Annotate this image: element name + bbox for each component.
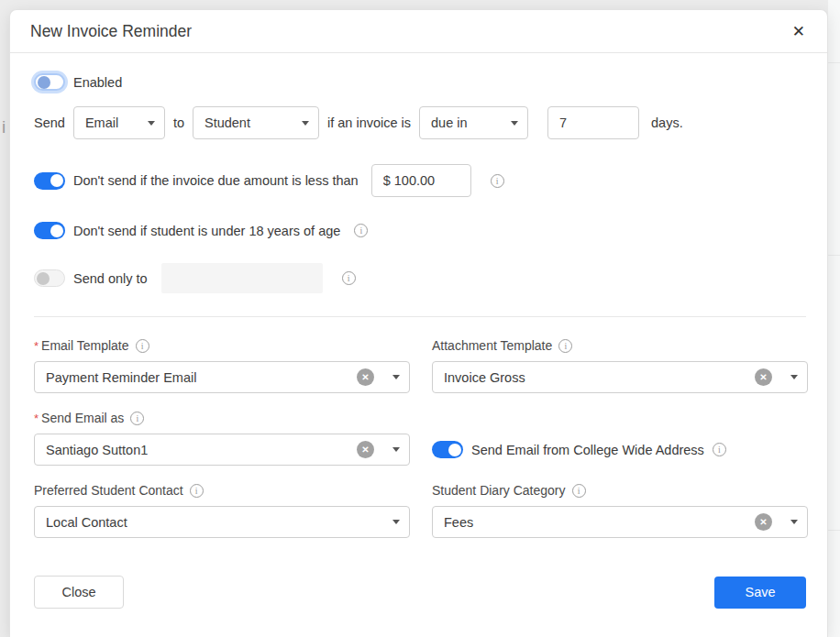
chevron-down-icon: [148, 121, 155, 126]
preferred-contact-field: Preferred Student Contact i Local Contac…: [34, 482, 410, 538]
chevron-down-icon: [392, 375, 400, 379]
condition-words: if an invoice is: [327, 115, 411, 130]
toggle-knob: [37, 272, 50, 285]
diary-category-label: Student Diary Category: [432, 483, 566, 498]
preferred-contact-value: Local Contact: [46, 515, 385, 530]
to-word: to: [173, 115, 184, 130]
background-divider: [828, 530, 840, 531]
channel-value: Email: [85, 115, 140, 130]
under-18-label: Don't send if student is under 18 years …: [73, 224, 340, 238]
chevron-down-icon: [511, 121, 518, 126]
min-amount-toggle[interactable]: [34, 172, 65, 190]
background-partial-text: i: [2, 117, 6, 137]
diary-category-value: Fees: [444, 515, 755, 530]
days-word: days.: [651, 115, 683, 130]
send-email-as-label-row: * Send Email as i: [34, 410, 410, 426]
required-asterisk: *: [34, 412, 39, 425]
clear-icon[interactable]: ✕: [357, 441, 374, 458]
dialog-header: New Invoice Reminder ✕: [10, 10, 827, 53]
background-divider: [828, 62, 840, 63]
new-invoice-reminder-dialog: New Invoice Reminder ✕ Enabled Send Emai…: [9, 9, 828, 637]
college-wide-label: Send Email from College Wide Address: [471, 443, 704, 457]
section-divider: [34, 316, 806, 317]
toggle-knob: [50, 174, 63, 187]
attachment-template-label-row: Attachment Template i: [432, 337, 808, 354]
info-icon[interactable]: i: [558, 339, 572, 353]
due-select[interactable]: due in: [419, 106, 528, 139]
info-icon[interactable]: i: [713, 443, 726, 456]
email-template-field: * Email Template i Payment Reminder Emai…: [34, 337, 410, 393]
template-fields-grid: * Email Template i Payment Reminder Emai…: [34, 337, 806, 538]
send-only-label: Send only to: [73, 271, 148, 286]
chevron-down-icon: [790, 520, 798, 524]
required-asterisk: *: [34, 339, 39, 353]
send-only-toggle[interactable]: [34, 269, 65, 287]
toggle-knob: [50, 225, 63, 237]
info-icon[interactable]: i: [130, 412, 144, 425]
email-template-label-row: * Email Template i: [34, 337, 410, 354]
toggle-knob: [38, 76, 50, 89]
chevron-down-icon: [790, 375, 798, 379]
college-wide-toggle[interactable]: [432, 441, 463, 458]
dialog-body: Enabled Send Email to Student if an invo…: [10, 73, 827, 609]
dialog-footer: Close Save: [34, 576, 806, 609]
min-amount-label: Don't send if the invoice due amount is …: [73, 173, 359, 188]
dialog-title: New Invoice Reminder: [30, 22, 192, 41]
send-email-as-value: Santiago Sutton1: [46, 443, 357, 457]
due-value: due in: [431, 115, 503, 130]
send-only-input[interactable]: [161, 263, 323, 293]
attachment-template-label: Attachment Template: [432, 338, 552, 353]
send-email-as-label: Send Email as: [41, 411, 124, 425]
enabled-row: Enabled: [34, 73, 806, 91]
send-word: Send: [34, 115, 65, 130]
min-amount-row: Don't send if the invoice due amount is …: [34, 164, 806, 197]
info-icon[interactable]: i: [572, 484, 586, 498]
diary-category-select[interactable]: Fees ✕: [432, 506, 808, 538]
close-icon[interactable]: ✕: [789, 22, 809, 41]
recipient-value: Student: [204, 115, 294, 130]
preferred-contact-label-row: Preferred Student Contact i: [34, 482, 410, 499]
diary-category-field: Student Diary Category i Fees ✕: [432, 482, 808, 538]
attachment-template-field: Attachment Template i Invoice Gross ✕: [432, 337, 808, 393]
close-button[interactable]: Close: [34, 576, 124, 609]
info-icon[interactable]: i: [190, 484, 204, 498]
info-icon[interactable]: i: [136, 339, 149, 353]
send-sentence-row: Send Email to Student if an invoice is d…: [34, 106, 806, 139]
diary-category-label-row: Student Diary Category i: [432, 482, 808, 499]
enabled-toggle[interactable]: [34, 73, 65, 91]
chevron-down-icon: [302, 121, 309, 126]
attachment-template-value: Invoice Gross: [444, 370, 755, 385]
recipient-select[interactable]: Student: [193, 106, 319, 139]
clear-icon[interactable]: ✕: [755, 368, 772, 386]
send-email-as-select[interactable]: Santiago Sutton1 ✕: [34, 434, 410, 466]
preferred-contact-select[interactable]: Local Contact: [34, 506, 410, 538]
save-button[interactable]: Save: [714, 577, 806, 609]
chevron-down-icon: [392, 447, 400, 452]
background-panel: [828, 0, 840, 637]
email-template-value: Payment Reminder Email: [46, 370, 357, 385]
background-divider: [828, 255, 840, 256]
min-amount-input[interactable]: [371, 164, 471, 197]
info-icon[interactable]: i: [491, 174, 504, 188]
attachment-template-select[interactable]: Invoice Gross ✕: [432, 361, 808, 393]
clear-icon[interactable]: ✕: [755, 513, 772, 531]
channel-select[interactable]: Email: [73, 106, 165, 139]
email-template-select[interactable]: Payment Reminder Email ✕: [34, 361, 410, 393]
enabled-label: Enabled: [73, 75, 122, 90]
toggle-knob: [448, 444, 461, 456]
preferred-contact-label: Preferred Student Contact: [34, 483, 183, 498]
info-icon[interactable]: i: [342, 271, 356, 285]
info-icon[interactable]: i: [354, 224, 368, 237]
chevron-down-icon: [392, 520, 400, 524]
under-18-row: Don't send if student is under 18 years …: [34, 222, 806, 239]
clear-icon[interactable]: ✕: [357, 368, 374, 386]
college-wide-row: Send Email from College Wide Address i: [432, 434, 808, 466]
days-input[interactable]: [547, 106, 639, 139]
send-only-row: Send only to i: [34, 263, 806, 293]
send-email-as-field: * Send Email as i Santiago Sutton1 ✕: [34, 410, 410, 466]
under-18-toggle[interactable]: [34, 222, 65, 239]
email-template-label: Email Template: [41, 338, 128, 353]
